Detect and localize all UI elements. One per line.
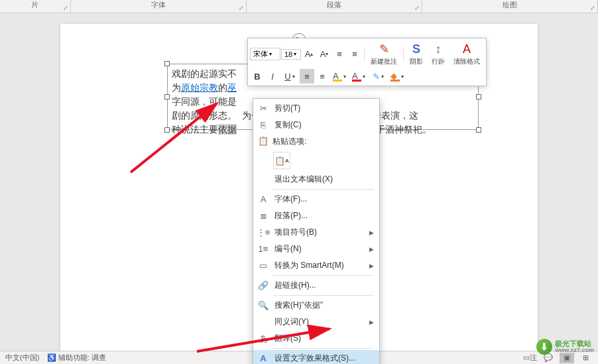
text: 字同源，可能是	[172, 96, 237, 107]
line-spacing-button[interactable]: ↕行距	[428, 41, 449, 68]
paragraph-icon: ≣	[256, 211, 270, 221]
paste-options-row: 📋A	[253, 150, 379, 171]
submenu-arrow-icon: ▶	[369, 229, 374, 236]
menu-label: 复制(C)	[270, 119, 374, 131]
increase-font-button[interactable]: A▴	[302, 47, 316, 62]
cut-icon: ✂	[256, 103, 270, 113]
menu-label: 搜索(H)"依据"	[270, 300, 374, 311]
submenu-arrow-icon: ▶	[369, 263, 374, 269]
menu-label: 剪切(T)	[270, 103, 374, 114]
text: 的	[218, 82, 227, 93]
ribbon-group-paragraph: 段落 ⤢	[247, 0, 422, 13]
ribbon-group-label: 绘图	[503, 1, 517, 9]
menu-convert-smartart[interactable]: ▭ 转换为 SmartArt(M) ▶	[253, 257, 379, 274]
hyperlink[interactable]: 原始宗教	[181, 82, 218, 93]
ribbon-group-label: 段落	[327, 1, 341, 9]
decrease-font-button[interactable]: A▾	[317, 47, 331, 62]
resize-handle[interactable]	[164, 61, 170, 66]
text: 种说法主要	[172, 124, 218, 135]
font-size-select[interactable]: 18▾	[281, 49, 301, 60]
text: 为	[172, 82, 181, 93]
status-accessibility[interactable]: ♿ 辅助功能: 调查	[47, 353, 106, 363]
ribbon-group-label: 字体	[151, 1, 166, 9]
indent-left-button[interactable]: ≡	[332, 47, 347, 62]
smartart-icon: ▭	[256, 261, 270, 271]
menu-separator	[273, 189, 374, 190]
indent-right-button[interactable]: ≡	[347, 47, 362, 62]
translate-icon: あ	[256, 333, 270, 345]
align-center-button[interactable]: ≡	[315, 69, 329, 84]
menu-label: 项目符号(B)	[270, 227, 369, 238]
shadow-button[interactable]: S阴影	[406, 41, 427, 68]
menu-label: 编号(N)	[270, 243, 369, 255]
font-icon: A	[256, 194, 270, 204]
resize-handle[interactable]	[164, 127, 170, 133]
dialog-launcher-icon[interactable]: ⤢	[590, 5, 595, 11]
submenu-arrow-icon: ▶	[369, 246, 374, 253]
menu-synonyms[interactable]: 同义词(Y) ▶	[253, 314, 379, 330]
menu-label: 退出文本编辑(X)	[270, 174, 374, 185]
new-comment-button[interactable]: ✎新建批注	[367, 40, 401, 68]
menu-label: 字体(F)...	[270, 194, 374, 205]
menu-font[interactable]: A 字体(F)...	[253, 191, 379, 208]
clear-format-button[interactable]: A清除格式	[449, 41, 484, 68]
status-language[interactable]: 中文(中国)	[5, 353, 39, 363]
text-effects-icon: A	[256, 353, 270, 363]
shape-outline-button[interactable]: ✎▾	[369, 69, 387, 84]
dialog-launcher-icon[interactable]: ⤢	[63, 5, 68, 11]
menu-label: 设置文字效果格式(S)...	[270, 353, 374, 364]
menu-exit-text-edit[interactable]: 退出文本编辑(X)	[253, 171, 379, 188]
ribbon-group-drawing: 绘图 ⤢	[422, 0, 598, 13]
menu-translate[interactable]: あ 翻译(S)	[253, 330, 379, 347]
dialog-launcher-icon[interactable]: ⤢	[414, 5, 420, 11]
menu-label: 段落(P)...	[270, 210, 374, 221]
watermark-url: www.xz7.com	[555, 347, 594, 354]
resize-handle[interactable]	[476, 127, 481, 133]
watermark: ⬇ 极光下载站 www.xz7.com	[536, 339, 594, 355]
paste-options-label: 📋 粘贴选项:	[253, 133, 379, 150]
text: 剧的原始形态。	[172, 110, 237, 121]
ribbon-group-picture: 片 ⤢	[0, 0, 71, 13]
menu-cut[interactable]: ✂ 剪切(T)	[253, 100, 379, 117]
menu-separator	[273, 348, 374, 349]
submenu-arrow-icon: ▶	[369, 319, 374, 326]
menu-numbering[interactable]: 1≡ 编号(N) ▶	[253, 241, 379, 257]
hyperlink-icon: 🔗	[256, 280, 270, 290]
bold-button[interactable]: B	[250, 69, 265, 84]
menu-label: 转换为 SmartArt(M)	[270, 260, 369, 271]
italic-button[interactable]: I	[265, 69, 280, 84]
text: 戏剧的起源实不	[172, 68, 237, 79]
ribbon-group-label: 片	[31, 1, 38, 9]
menu-paragraph[interactable]: ≣ 段落(P)...	[253, 208, 379, 224]
selected-text: 依据	[218, 124, 237, 135]
menu-separator	[273, 275, 374, 276]
font-color-button[interactable]: A▾	[349, 69, 368, 84]
paste-icon: 📋	[256, 136, 270, 146]
paste-keep-formatting-button[interactable]: 📋A	[273, 152, 290, 169]
font-family-select[interactable]: 宋体▾	[250, 48, 280, 60]
shape-fill-button[interactable]: ◆▾	[388, 69, 406, 84]
mini-toolbar: 宋体▾ 18▾ A▴ A▾ ≡ ≡ ✎新建批注 S阴影 ↕行距 A清除格式 B …	[247, 38, 487, 86]
notes-button[interactable]: ▭ 注	[522, 353, 537, 363]
resize-handle[interactable]	[476, 94, 481, 99]
menu-hyperlink[interactable]: 🔗 超链接(H)...	[253, 277, 379, 294]
context-menu: ✂ 剪切(T) ⎘ 复制(C) 📋 粘贴选项: 📋A 退出文本编辑(X) A 字…	[253, 98, 380, 364]
bullets-icon: ⋮≡	[256, 227, 270, 237]
menu-search[interactable]: 🔍 搜索(H)"依据"	[253, 297, 379, 314]
menu-separator	[273, 295, 374, 296]
menu-text-effects-format[interactable]: A 设置文字效果格式(S)...	[253, 350, 379, 364]
watermark-icon: ⬇	[536, 339, 552, 355]
dialog-launcher-icon[interactable]: ⤢	[239, 5, 244, 11]
ribbon-group-font: 字体 ⤢	[71, 0, 247, 13]
text-highlight-button[interactable]: A▾	[330, 69, 349, 84]
hyperlink[interactable]: 巫	[227, 82, 237, 93]
menu-copy[interactable]: ⎘ 复制(C)	[253, 117, 379, 133]
resize-handle[interactable]	[164, 94, 170, 99]
menu-label: 翻译(S)	[270, 333, 374, 344]
align-left-button[interactable]: ≡	[300, 69, 314, 84]
menu-bullets[interactable]: ⋮≡ 项目符号(B) ▶	[253, 224, 379, 241]
search-icon: 🔍	[256, 300, 270, 310]
underline-button[interactable]: U▾	[280, 69, 299, 84]
copy-icon: ⎘	[256, 120, 270, 130]
menu-label: 超链接(H)...	[270, 280, 374, 291]
